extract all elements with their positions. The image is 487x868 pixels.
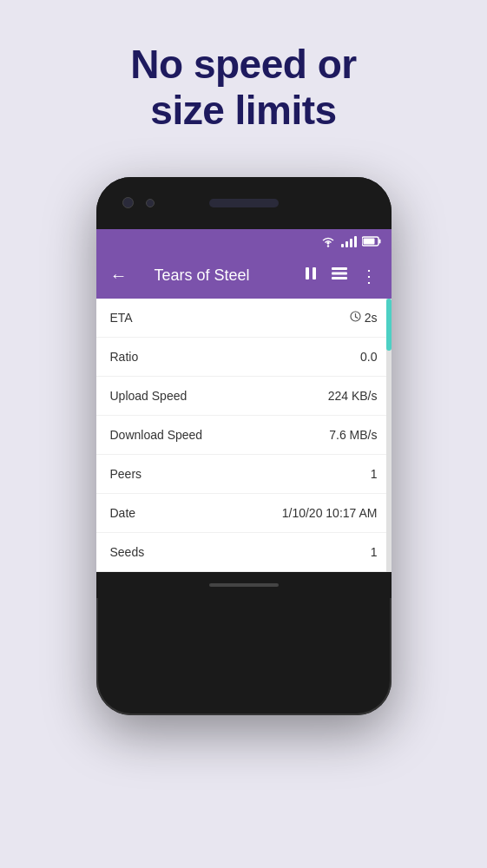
headline-line1: No speed or — [130, 42, 356, 87]
app-bar-icons-right: ⋮ — [299, 262, 381, 290]
signal-bars-icon — [341, 235, 357, 247]
phone-top-bar — [96, 177, 392, 229]
info-row-label: Seeds — [110, 545, 145, 559]
info-row-label: Upload Speed — [110, 389, 188, 403]
pause-button[interactable] — [299, 262, 322, 289]
svg-rect-4 — [306, 267, 309, 279]
camera-area — [122, 197, 155, 208]
scroll-bar[interactable] — [386, 299, 392, 572]
more-button[interactable]: ⋮ — [357, 262, 381, 290]
app-bar-title: Tears of Steel — [140, 266, 265, 285]
svg-rect-3 — [363, 238, 374, 244]
scroll-bar-fill — [386, 299, 392, 351]
phone-bottom-bar — [96, 572, 392, 598]
list-button[interactable] — [327, 262, 352, 289]
speaker-bar — [209, 199, 279, 207]
info-row-label: Date — [110, 506, 136, 520]
info-row: ETA2s — [96, 299, 392, 338]
info-row-value: 1 — [371, 467, 378, 481]
info-row: Date1/10/20 10:17 AM — [96, 494, 392, 533]
phone-mockup: ← Tears of Steel ⋮ — [96, 177, 392, 715]
info-row-label: ETA — [110, 311, 133, 325]
info-row-value: 0.0 — [360, 350, 377, 364]
clock-icon — [350, 311, 361, 325]
headline-line2: size limits — [150, 88, 336, 133]
home-bar — [209, 583, 279, 587]
content-area: ETA2sRatio0.0Upload Speed224 KB/sDownloa… — [96, 299, 392, 572]
info-row: Download Speed7.6 MB/s — [96, 416, 392, 455]
svg-point-0 — [326, 245, 328, 247]
svg-rect-5 — [313, 267, 316, 279]
camera-dot-small — [146, 199, 155, 207]
info-row-label: Download Speed — [110, 428, 203, 442]
svg-rect-6 — [332, 267, 347, 270]
info-row-value: 2s — [350, 311, 378, 325]
info-row-value: 7.6 MB/s — [329, 428, 377, 442]
camera-dot-large — [122, 197, 134, 208]
info-row: Peers1 — [96, 455, 392, 494]
info-row-value: 1 — [371, 545, 378, 559]
wifi-icon — [320, 235, 336, 247]
back-button[interactable]: ← — [107, 262, 131, 289]
info-row-value: 1/10/20 10:17 AM — [282, 506, 378, 520]
info-row: Seeds1 — [96, 533, 392, 572]
info-row-label: Ratio — [110, 350, 139, 364]
svg-rect-8 — [332, 277, 347, 279]
svg-rect-2 — [378, 239, 380, 243]
info-row-value: 224 KB/s — [328, 389, 378, 403]
svg-rect-7 — [332, 273, 347, 275]
headline: No speed or size limits — [95, 42, 391, 134]
info-row: Ratio0.0 — [96, 338, 392, 377]
app-bar: ← Tears of Steel ⋮ — [96, 253, 392, 299]
svg-line-11 — [355, 317, 358, 319]
info-row: Upload Speed224 KB/s — [96, 377, 392, 416]
info-row-label: Peers — [110, 467, 142, 481]
battery-icon — [362, 236, 381, 247]
status-bar — [96, 229, 392, 253]
